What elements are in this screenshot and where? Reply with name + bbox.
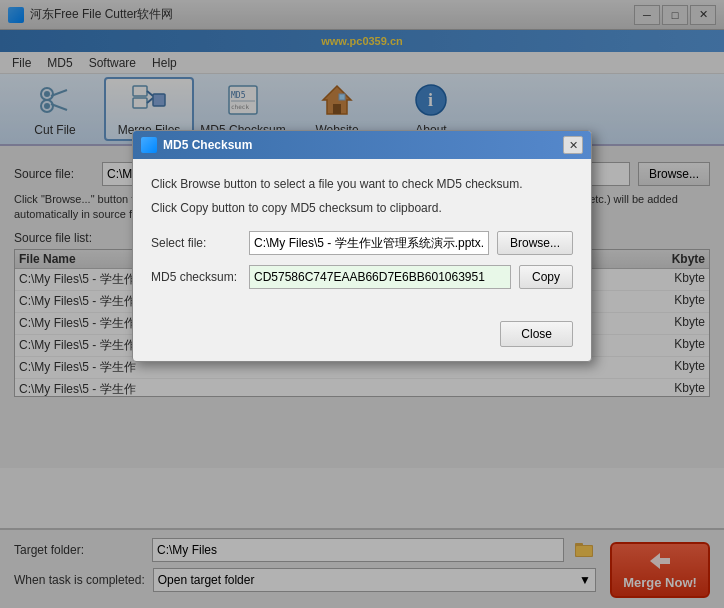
md5-checksum-dialog: MD5 Checksum ✕ Click Browse button to se… (132, 130, 592, 362)
modal-title-bar: MD5 Checksum ✕ (133, 131, 591, 159)
modal-footer: Close (133, 315, 591, 361)
modal-body: Click Browse button to select a file you… (133, 159, 591, 315)
modal-icon (141, 137, 157, 153)
modal-close-x-button[interactable]: ✕ (563, 136, 583, 154)
modal-overlay: MD5 Checksum ✕ Click Browse button to se… (0, 0, 724, 608)
modal-hint1: Click Browse button to select a file you… (151, 175, 573, 193)
md5-checksum-row: MD5 checksum: Copy (151, 265, 573, 289)
select-file-input[interactable] (249, 231, 489, 255)
modal-hint2: Click Copy button to copy MD5 checksum t… (151, 199, 573, 217)
md5-value-input[interactable] (249, 265, 511, 289)
md5-label: MD5 checksum: (151, 270, 241, 284)
modal-close-button[interactable]: Close (500, 321, 573, 347)
copy-button[interactable]: Copy (519, 265, 573, 289)
select-file-label: Select file: (151, 236, 241, 250)
modal-browse-button[interactable]: Browse... (497, 231, 573, 255)
modal-title: MD5 Checksum (163, 138, 557, 152)
select-file-row: Select file: Browse... (151, 231, 573, 255)
